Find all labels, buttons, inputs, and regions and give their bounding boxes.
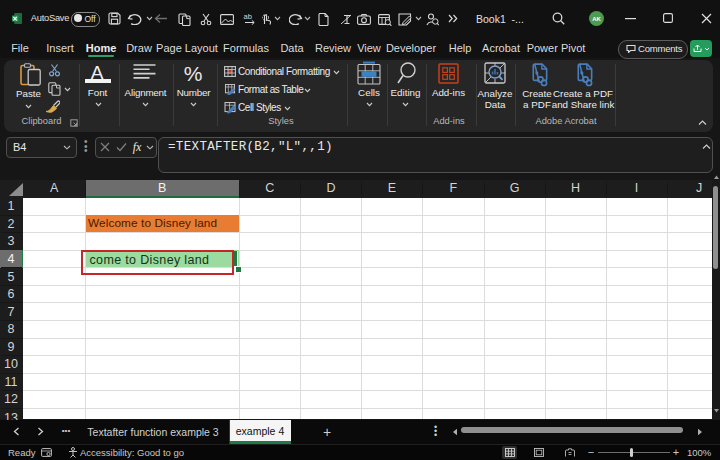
svg-text:ab: ab	[244, 13, 252, 21]
